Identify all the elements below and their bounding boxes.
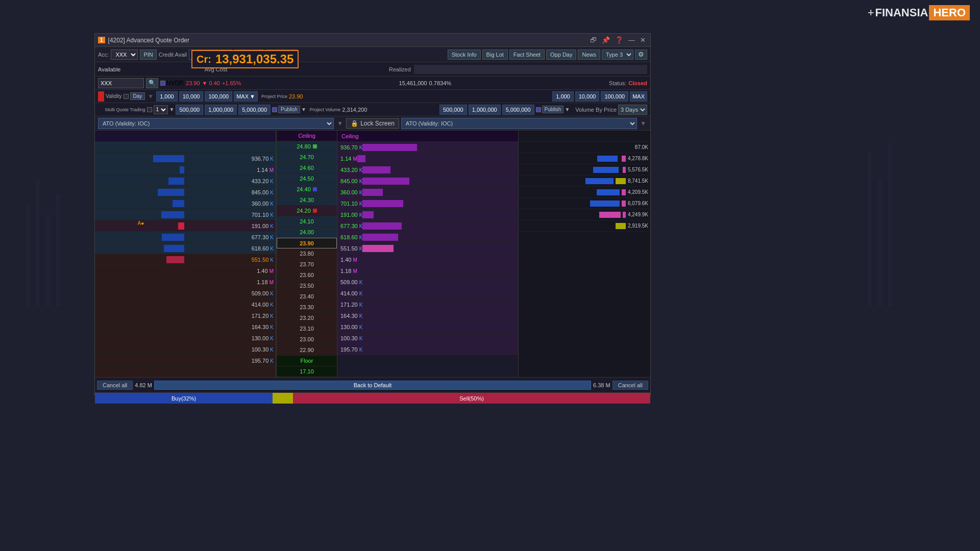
close-btn[interactable]: ✕ xyxy=(639,36,647,44)
price-row-4[interactable]: 24.40 xyxy=(277,184,337,195)
search-stock-btn[interactable]: 🔍 xyxy=(146,78,158,88)
multi-quote-checkbox[interactable] xyxy=(147,107,152,112)
qty-1m-btn[interactable]: 1,000,000 xyxy=(205,105,237,115)
bid-row-1[interactable]: 936.70 K xyxy=(95,153,276,164)
ask-row-8[interactable]: 100.30 K xyxy=(95,344,276,355)
acc-select[interactable]: XXX xyxy=(111,49,138,60)
ask-price-row-5[interactable]: 23.30 xyxy=(277,302,337,313)
qty-10000-btn[interactable]: 10,000 xyxy=(179,91,204,102)
ask-row-3[interactable]: 509.00 K xyxy=(95,288,276,299)
pin-btn[interactable]: 📌 xyxy=(600,36,611,44)
ask-r-14[interactable]: 171.20 K xyxy=(337,299,518,310)
ask-row-4[interactable]: 414.00 K xyxy=(95,299,276,310)
qty-5m-right-btn[interactable]: 5,000,000 xyxy=(502,105,534,115)
price-row-6[interactable]: 24.20 xyxy=(277,206,337,216)
lock-screen-btn[interactable]: 🔒 Lock Screen xyxy=(346,118,399,129)
minimize-btn[interactable]: — xyxy=(627,36,636,44)
ask-row-10[interactable] xyxy=(95,366,276,377)
ask-r-16[interactable]: 130.00 K xyxy=(337,321,518,333)
qty-500k-btn[interactable]: 500,000 xyxy=(176,105,203,115)
price-row-2[interactable]: 24.60 xyxy=(277,163,337,173)
ask-r-13[interactable]: 414.00 K xyxy=(337,288,518,299)
ask-row-6[interactable]: 164.30 K xyxy=(95,321,276,333)
ask-r-6[interactable]: 191.00 K xyxy=(337,209,518,220)
publish-right-checkbox[interactable]: Publish ▼ xyxy=(536,106,570,113)
left-ato-select[interactable]: ATO (Validity: IOC) xyxy=(98,118,334,129)
ask-price-row-6[interactable]: 23.20 xyxy=(277,313,337,323)
ask-r-9[interactable]: 551.50 K xyxy=(337,243,518,254)
price-row-8[interactable]: 24.00 xyxy=(277,227,337,238)
ask-row-1[interactable]: 1.40 M xyxy=(95,265,276,277)
ask-row-7[interactable]: 130.00 K xyxy=(95,333,276,344)
qty-5m-btn[interactable]: 5,000,000 xyxy=(238,105,271,115)
ask-r-1[interactable]: 1.14 M xyxy=(337,153,518,164)
bid-row-2[interactable]: 1.14 M xyxy=(95,164,276,176)
ask-r-4[interactable]: 360.00 K xyxy=(337,187,518,198)
ask-r-10[interactable]: 1.40 M xyxy=(337,254,518,265)
ask-r-11[interactable]: 1.18 M xyxy=(337,265,518,277)
price-row-5[interactable]: 24.30 xyxy=(277,195,337,206)
max-btn[interactable]: MAX▼ xyxy=(234,91,258,102)
price-row-3[interactable]: 24.50 xyxy=(277,173,337,184)
day-btn[interactable]: Day xyxy=(130,92,145,100)
bid-row-9[interactable]: 618.60 K xyxy=(95,243,276,254)
ask-price-row-7[interactable]: 23.10 xyxy=(277,323,337,334)
ask-price-row-0[interactable]: 23.80 xyxy=(277,248,337,259)
multi-qty-select[interactable]: 1 xyxy=(154,105,168,114)
settings-gear-btn[interactable]: ⚙ xyxy=(635,49,647,60)
ask-price-row-1[interactable]: 23.70 xyxy=(277,259,337,270)
qty-100000-btn[interactable]: 100,000 xyxy=(205,91,232,102)
stock-info-btn[interactable]: Stock Info xyxy=(448,49,481,60)
new-window-btn[interactable]: 🗗 xyxy=(589,36,598,44)
back-to-default-btn[interactable]: Back to Default xyxy=(154,381,591,390)
ask-row-2[interactable]: 1.18 M xyxy=(95,277,276,288)
news-btn[interactable]: News xyxy=(578,49,600,60)
ask-price-row-3[interactable]: 23.50 xyxy=(277,281,337,291)
ask-price-row-2[interactable]: 23.60 xyxy=(277,270,337,281)
big-lot-btn[interactable]: Big Lot xyxy=(482,49,508,60)
bid-row-5[interactable]: 360.00 K xyxy=(95,198,276,209)
help-btn[interactable]: ❓ xyxy=(614,36,625,44)
max-right-btn[interactable]: MAX xyxy=(630,91,647,102)
fact-sheet-btn[interactable]: Fact Sheet xyxy=(509,49,545,60)
ask-price-row-9[interactable]: 22.90 xyxy=(277,345,337,356)
bid-row-4[interactable]: 845.00 K xyxy=(95,187,276,198)
ask-r-7[interactable]: 677.30 K xyxy=(337,220,518,232)
price-row-7[interactable]: 24.10 xyxy=(277,216,337,227)
pin-button[interactable]: PIN xyxy=(140,49,156,60)
ask-row-9[interactable]: 195.70 K xyxy=(95,355,276,366)
ask-price-row-8[interactable]: 23.00 xyxy=(277,334,337,345)
days-select[interactable]: 3 Days xyxy=(618,105,647,115)
ask-r-5[interactable]: 701.10 K xyxy=(337,198,518,209)
qty-100000-right-btn[interactable]: 100,000 xyxy=(601,91,628,102)
ask-price-row-4[interactable]: 23.40 xyxy=(277,291,337,302)
ask-r-0[interactable]: 936.70 K xyxy=(337,142,518,153)
price-row-0[interactable]: 24.80 xyxy=(277,141,337,152)
right-ato-select[interactable]: ATO (Validity: IOC) xyxy=(401,118,637,129)
publish-checkbox[interactable]: Publish ▼ xyxy=(272,106,306,113)
qty-500k-right-btn[interactable]: 500,000 xyxy=(439,105,467,115)
ask-row-5[interactable]: 171.20 K xyxy=(95,310,276,321)
publish-right-btn[interactable]: Publish xyxy=(542,106,564,113)
validity-checkbox[interactable] xyxy=(124,94,129,99)
ask-r-8[interactable]: 618.60 K xyxy=(337,232,518,243)
ask-row-0[interactable]: 551.50 K xyxy=(95,254,276,265)
current-price-row[interactable]: 23.90 xyxy=(277,238,337,248)
qty-1000-right-btn[interactable]: 1,000 xyxy=(552,91,574,102)
ask-r-12[interactable]: 509.00 K xyxy=(337,277,518,288)
qty-1000-btn[interactable]: 1,000 xyxy=(156,91,178,102)
bid-row-8[interactable]: 677.30 K xyxy=(95,232,276,243)
ask-r-3[interactable]: 845.00 K xyxy=(337,176,518,187)
opp-day-btn[interactable]: Opp Day xyxy=(546,49,576,60)
qty-1m-right-btn[interactable]: 1,000,000 xyxy=(469,105,501,115)
qty-10000-right-btn[interactable]: 10,000 xyxy=(575,91,600,102)
ask-r-15[interactable]: 164.30 K xyxy=(337,310,518,321)
type-select[interactable]: Type 3 xyxy=(602,49,633,60)
ask-r-2[interactable]: 433.20 K xyxy=(337,164,518,176)
ask-r-18[interactable]: 195.70 K xyxy=(337,344,518,355)
bid-row-3[interactable]: 433.20 K xyxy=(95,176,276,187)
stock-symbol-input[interactable] xyxy=(98,78,144,88)
bid-row-7[interactable]: A● 191.00 K xyxy=(95,220,276,232)
publish-btn[interactable]: Publish xyxy=(278,106,300,113)
ask-r-17[interactable]: 100.30 K xyxy=(337,333,518,344)
